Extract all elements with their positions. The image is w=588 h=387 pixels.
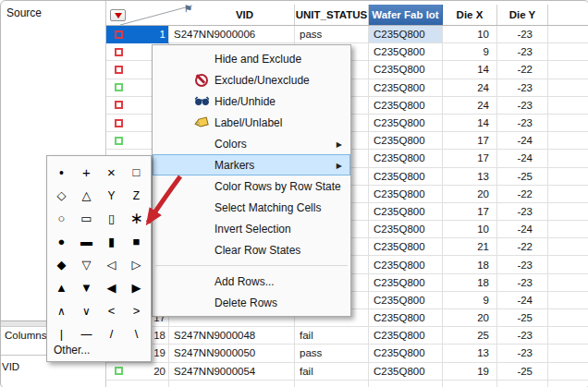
open-vrect-marker[interactable]: ▯ xyxy=(99,207,124,230)
cell-lot[interactable]: C235Q800 xyxy=(369,327,443,345)
cell-diex[interactable]: 9 xyxy=(443,292,497,309)
cell-diex[interactable]: 17 xyxy=(443,150,497,167)
cell-diey[interactable]: -23 xyxy=(497,115,548,132)
filled-square-marker[interactable]: ■ xyxy=(124,230,149,253)
dot-marker[interactable]: • xyxy=(49,161,74,184)
open-right-triangle-marker[interactable]: ▷ xyxy=(124,253,149,276)
caret-up-marker[interactable]: ∧ xyxy=(49,299,74,322)
cell-diey[interactable]: -25 xyxy=(497,309,548,327)
menu-item-markers[interactable]: Markers▶ xyxy=(153,154,350,175)
cell-extra[interactable] xyxy=(548,292,588,309)
cell-lot[interactable]: C235Q800 xyxy=(369,115,443,132)
row-state-cell[interactable] xyxy=(106,132,130,150)
cell-extra[interactable] xyxy=(548,274,588,292)
column-header-vid[interactable]: VID xyxy=(195,5,295,25)
cell-extra[interactable] xyxy=(548,61,588,79)
column-header-lot[interactable]: Wafer Fab lot xyxy=(369,5,443,25)
cell-lot[interactable]: C235Q800 xyxy=(369,363,443,381)
cell-diey[interactable]: -24 xyxy=(497,221,548,238)
column-header-diex[interactable]: Die X xyxy=(443,5,497,25)
cell-diey[interactable]: -23 xyxy=(497,43,548,61)
cell-diex[interactable]: 24 xyxy=(443,97,497,115)
cell-diey[interactable]: -23 xyxy=(497,256,548,273)
cell-diey[interactable]: -25 xyxy=(497,363,548,381)
cell-extra[interactable] xyxy=(548,79,588,97)
menu-item-colors[interactable]: Colors▶ xyxy=(153,133,350,154)
vbar-marker[interactable]: | xyxy=(49,322,74,345)
open-down-triangle-marker[interactable]: ▽ xyxy=(74,253,99,276)
plus-marker[interactable]: + xyxy=(74,161,99,184)
row-state-cell[interactable] xyxy=(106,97,130,115)
column-header-diey[interactable]: Die Y xyxy=(497,5,548,25)
cell-vid[interactable]: S247NN9000006 xyxy=(169,26,295,43)
cell-diex[interactable]: 17 xyxy=(443,132,497,150)
filled-left-triangle-marker[interactable]: ◀ xyxy=(99,276,124,299)
cell-diey[interactable]: -23 xyxy=(497,203,548,221)
cell-extra[interactable] xyxy=(548,26,588,43)
cell-lot[interactable]: C235Q800 xyxy=(369,309,443,327)
open-diamond-marker[interactable]: ◇ xyxy=(49,184,74,207)
column-header-status[interactable]: UNIT_STATUS xyxy=(295,5,369,25)
z-marker[interactable]: Z xyxy=(124,184,149,207)
cell-diex[interactable]: 19 xyxy=(443,363,497,381)
cell-diey[interactable]: -24 xyxy=(497,292,548,309)
cell-diey[interactable]: -22 xyxy=(497,238,548,256)
cell-diex[interactable]: 21 xyxy=(443,238,497,256)
filled-right-triangle-marker[interactable]: ▶ xyxy=(124,276,149,299)
filled-diamond-marker[interactable]: ◆ xyxy=(49,253,74,276)
cell-extra[interactable] xyxy=(548,132,588,150)
cell-extra[interactable] xyxy=(548,363,588,381)
cell-diey[interactable]: -23 xyxy=(497,274,548,292)
marker-other-option[interactable]: Other... xyxy=(54,344,90,357)
caret-down-marker[interactable]: ∨ xyxy=(74,299,99,322)
cell-lot[interactable]: C235Q800 xyxy=(369,150,443,167)
red-triangle-menu-button[interactable] xyxy=(110,9,126,21)
row-state-cell[interactable] xyxy=(106,61,130,79)
cell-lot[interactable]: C235Q800 xyxy=(369,221,443,238)
cell-lot[interactable]: C235Q800 xyxy=(369,132,443,150)
menu-item-color-rows-by-row-state[interactable]: Color Rows by Row State xyxy=(153,175,350,197)
cell-extra[interactable] xyxy=(548,256,588,273)
filled-circle-marker[interactable]: ● xyxy=(49,230,74,253)
cell-lot[interactable]: C235Q800 xyxy=(369,256,443,273)
cell-diex[interactable]: 25 xyxy=(443,327,497,345)
cell-diex[interactable]: 17 xyxy=(443,203,497,221)
filled-down-triangle-marker[interactable]: ▼ xyxy=(74,276,99,299)
menu-item-clear-row-states[interactable]: Clear Row States xyxy=(153,239,350,260)
cell-lot[interactable]: C235Q800 xyxy=(369,186,443,203)
cell-diey[interactable]: -23 xyxy=(497,345,548,362)
filled-vrect-marker[interactable]: ▮ xyxy=(99,230,124,253)
cell-lot[interactable]: C235Q800 xyxy=(369,61,443,79)
cell-extra[interactable] xyxy=(548,115,588,132)
cell-diex[interactable]: 18 xyxy=(443,256,497,273)
less-than-marker[interactable]: < xyxy=(99,299,124,322)
cell-lot[interactable]: C235Q800 xyxy=(369,168,443,186)
cell-diey[interactable]: -25 xyxy=(497,168,548,186)
cell-extra[interactable] xyxy=(548,345,588,362)
menu-item-exclude-unexclude[interactable]: Exclude/Unexclude xyxy=(153,69,350,91)
cell-lot[interactable]: C235Q800 xyxy=(369,97,443,115)
menu-item-delete-rows[interactable]: Delete Rows xyxy=(153,292,350,313)
cell-diex[interactable]: 10 xyxy=(443,26,497,43)
cell-diex[interactable]: 10 xyxy=(443,221,497,238)
cell-status[interactable]: pass xyxy=(295,345,369,362)
cell-status[interactable]: fail xyxy=(295,363,369,381)
cell-diex[interactable]: 24 xyxy=(443,79,497,97)
cell-diey[interactable]: -23 xyxy=(497,97,548,115)
cell-num[interactable]: 20 xyxy=(130,363,169,381)
backslash-marker[interactable]: \ xyxy=(124,322,149,345)
cell-num[interactable]: 1 xyxy=(130,26,169,43)
cell-diex[interactable]: 9 xyxy=(443,43,497,61)
row-state-cell[interactable] xyxy=(106,26,130,43)
column-list-item-vid[interactable]: VID xyxy=(2,361,19,372)
row-state-cell[interactable] xyxy=(106,43,130,61)
table-corner-header[interactable]: ⚑ xyxy=(106,5,195,25)
column-header-extra[interactable] xyxy=(548,5,588,25)
cell-status[interactable]: fail xyxy=(295,327,369,345)
cell-diey[interactable]: -24 xyxy=(497,150,548,167)
asterisk-marker[interactable]: ∗ xyxy=(124,207,149,230)
cell-extra[interactable] xyxy=(548,309,588,327)
cell-diey[interactable]: -22 xyxy=(497,186,548,203)
filled-up-triangle-marker[interactable]: ▲ xyxy=(49,276,74,299)
cell-lot[interactable]: C235Q800 xyxy=(369,345,443,362)
